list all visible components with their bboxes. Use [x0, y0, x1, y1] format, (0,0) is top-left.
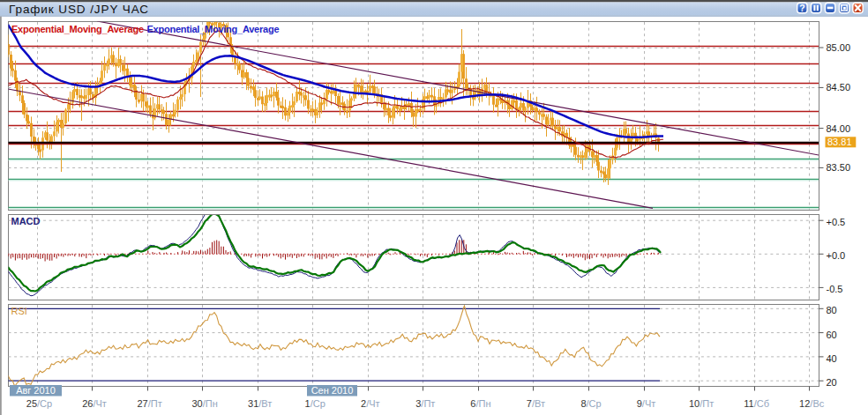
svg-text:25/Ср: 25/Ср: [26, 398, 52, 409]
svg-text:RSI: RSI: [11, 306, 27, 316]
svg-text:Авг 2010: Авг 2010: [16, 385, 56, 396]
svg-text:26/Чт: 26/Чт: [82, 398, 107, 409]
svg-text:1/Ср: 1/Ср: [305, 398, 326, 409]
svg-text:40: 40: [827, 353, 837, 364]
svg-text:30/Пн: 30/Пн: [191, 398, 217, 409]
svg-text:+0.0: +0.0: [827, 250, 846, 261]
svg-text:Exponential_Moving_Average: Exponential_Moving_Average: [11, 24, 144, 34]
svg-text:84.00: 84.00: [827, 123, 851, 134]
svg-text:6/Пн: 6/Пн: [470, 398, 490, 409]
svg-text:11/Сб: 11/Сб: [744, 398, 769, 409]
svg-text:10/Пт: 10/Пт: [689, 398, 714, 409]
svg-text:-0.5: -0.5: [827, 284, 843, 294]
svg-text:Сен 2010: Сен 2010: [311, 385, 354, 396]
svg-text:3/Пт: 3/Пт: [415, 398, 435, 409]
svg-text:8/Ср: 8/Ср: [580, 398, 601, 409]
svg-text:?: ?: [799, 3, 804, 13]
svg-text:85.00: 85.00: [827, 42, 851, 53]
svg-text:9/Чт: 9/Чт: [637, 398, 656, 409]
svg-text:7/Вт: 7/Вт: [527, 398, 545, 409]
svg-text:12/Вс: 12/Вс: [799, 398, 825, 409]
svg-text:График USD /JPY ЧАС: График USD /JPY ЧАС: [9, 3, 148, 16]
svg-text:27/Пт: 27/Пт: [137, 398, 161, 409]
svg-text:+0.5: +0.5: [827, 217, 846, 227]
svg-text:31/Вт: 31/Вт: [248, 398, 272, 409]
svg-text:Exponential_Moving_Average: Exponential_Moving_Average: [147, 24, 280, 34]
svg-text:83.50: 83.50: [827, 162, 851, 173]
svg-text:84.50: 84.50: [827, 82, 851, 93]
svg-text:80: 80: [827, 305, 837, 315]
svg-text:60: 60: [827, 330, 837, 340]
svg-text:MACD: MACD: [11, 216, 41, 226]
svg-text:83.81: 83.81: [827, 137, 852, 147]
svg-text:2/Чт: 2/Чт: [361, 398, 380, 409]
svg-text:20: 20: [827, 377, 837, 388]
